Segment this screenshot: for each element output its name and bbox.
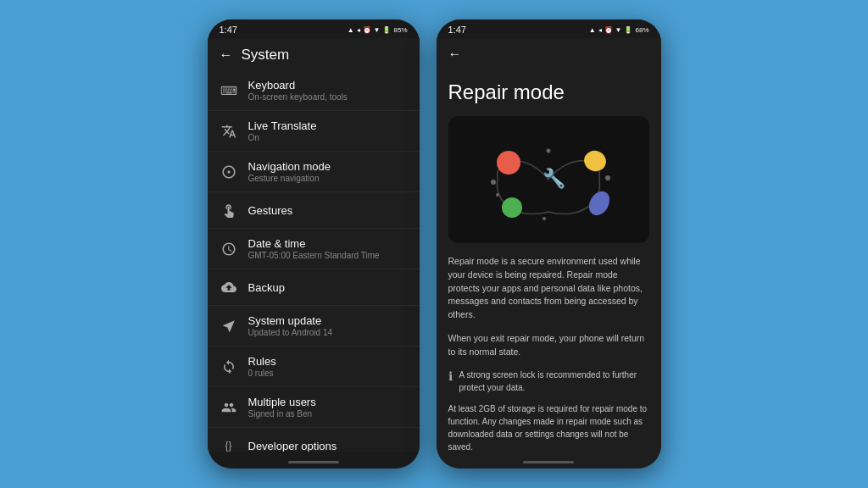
info-text-2: At least 2GB of storage is required for …: [448, 402, 649, 453]
settings-item-update[interactable]: System update Updated to Android 14: [208, 306, 420, 347]
keyboard-title: Keyboard: [248, 79, 408, 92]
navigation-icon: [220, 163, 238, 181]
repair-header: ←: [437, 38, 661, 69]
right-status-icons: ▲ ◂ ⏰ ▼ 🔋 68%: [589, 26, 649, 34]
settings-item-navigation[interactable]: Navigation mode Gesture navigation: [208, 152, 420, 192]
r-battery-percent: 68%: [635, 26, 648, 34]
rules-subtitle: 0 rules: [248, 369, 408, 378]
keyboard-subtitle: On-screen keyboard, tools: [248, 92, 408, 102]
developer-icon: {}: [220, 436, 238, 452]
svg-point-4: [502, 197, 522, 218]
datetime-subtitle: GMT-05:00 Eastern Standard Time: [248, 251, 408, 260]
phones-container: 1:47 ▲ ◂ ⏰ ▼ 🔋 85% ← System ⌨ Keyboard O…: [208, 19, 661, 469]
left-status-bar: 1:47 ▲ ◂ ⏰ ▼ 🔋 85%: [208, 19, 420, 38]
right-time: 1:47: [448, 25, 466, 35]
translate-content: Live Translate On: [248, 119, 408, 142]
r-location-icon: ◂: [598, 26, 602, 34]
settings-list: ⌨ Keyboard On-screen keyboard, tools Liv…: [208, 70, 420, 452]
gestures-icon: [220, 201, 238, 219]
r-battery-icon: 🔋: [624, 26, 632, 34]
svg-point-6: [491, 180, 496, 185]
back-button[interactable]: ←: [220, 47, 233, 63]
r-wifi-icon: ▼: [615, 26, 622, 34]
datetime-title: Date & time: [248, 237, 408, 250]
repair-svg: 🔧: [451, 119, 646, 241]
update-content: System update Updated to Android 14: [248, 314, 408, 337]
right-status-bar: 1:47 ▲ ◂ ⏰ ▼ 🔋 68%: [437, 19, 661, 38]
keyboard-icon: ⌨: [220, 81, 238, 100]
users-title: Multiple users: [248, 396, 408, 408]
update-icon: [220, 317, 238, 336]
navigation-subtitle: Gesture navigation: [248, 174, 408, 183]
rules-content: Rules 0 rules: [248, 355, 408, 378]
right-phone: 1:47 ▲ ◂ ⏰ ▼ 🔋 68% ← Repair mode: [437, 19, 661, 469]
update-title: System update: [248, 314, 408, 327]
svg-point-9: [547, 148, 551, 152]
users-content: Multiple users Signed in as Ben: [248, 396, 408, 419]
translate-icon: [220, 122, 238, 141]
rules-title: Rules: [248, 355, 408, 368]
repair-page-title: Repair mode: [448, 80, 649, 104]
translate-subtitle: On: [248, 133, 408, 142]
battery-percent: 85%: [393, 26, 407, 34]
svg-point-10: [542, 217, 546, 220]
alarm-icon: ⏰: [363, 26, 371, 34]
info-text-1: A strong screen lock is recommended to f…: [459, 369, 649, 394]
battery-icon: 🔋: [382, 26, 391, 34]
settings-item-users[interactable]: Multiple users Signed in as Ben: [208, 387, 420, 428]
svg-text:🔧: 🔧: [542, 167, 566, 190]
datetime-icon: [220, 240, 238, 258]
users-subtitle: Signed in as Ben: [248, 409, 408, 419]
repair-back-button[interactable]: ←: [448, 47, 462, 62]
settings-item-rules[interactable]: Rules 0 rules: [208, 347, 420, 387]
developer-title: Developer options: [248, 440, 408, 452]
update-subtitle: Updated to Android 14: [248, 328, 408, 337]
svg-point-7: [496, 193, 499, 197]
left-status-icons: ▲ ◂ ⏰ ▼ 🔋 85%: [348, 26, 408, 34]
users-icon: [220, 398, 238, 417]
svg-point-2: [497, 151, 520, 175]
left-phone: 1:47 ▲ ◂ ⏰ ▼ 🔋 85% ← System ⌨ Keyboard O…: [208, 19, 420, 469]
info-icon-1: ℹ: [448, 369, 453, 383]
right-home-indicator: [523, 461, 574, 463]
repair-content-area: Repair mode 🔧: [437, 69, 661, 469]
repair-description1: Repair mode is a secure environment used…: [448, 255, 649, 322]
wifi-icon: ▼: [374, 26, 381, 34]
settings-title: System: [242, 47, 290, 64]
settings-item-datetime[interactable]: Date & time GMT-05:00 Eastern Standard T…: [208, 229, 420, 269]
navigation-title: Navigation mode: [248, 160, 408, 173]
r-signal-icon: ▲: [589, 26, 596, 34]
datetime-content: Date & time GMT-05:00 Eastern Standard T…: [248, 237, 408, 260]
rules-icon: [220, 358, 238, 376]
backup-icon: [220, 278, 238, 297]
signal-icon: ▲: [348, 26, 354, 34]
developer-content: Developer options: [248, 440, 408, 452]
settings-item-keyboard[interactable]: ⌨ Keyboard On-screen keyboard, tools: [208, 70, 420, 111]
translate-title: Live Translate: [248, 119, 408, 132]
left-time: 1:47: [220, 25, 237, 35]
settings-item-translate[interactable]: Live Translate On: [208, 111, 420, 152]
keyboard-content: Keyboard On-screen keyboard, tools: [248, 79, 408, 102]
gestures-content: Gestures: [248, 204, 408, 217]
settings-header: ← System: [208, 38, 420, 70]
backup-content: Backup: [248, 281, 408, 294]
gestures-title: Gestures: [248, 204, 408, 217]
repair-illustration: 🔧: [448, 116, 649, 243]
settings-item-backup[interactable]: Backup: [208, 269, 420, 306]
backup-title: Backup: [248, 281, 408, 294]
location-icon: ◂: [357, 26, 360, 34]
r-alarm-icon: ⏰: [604, 26, 613, 34]
settings-item-gestures[interactable]: Gestures: [208, 192, 420, 229]
repair-description2: When you exit repair mode, your phone wi…: [448, 332, 649, 359]
info-row-1: ℹ A strong screen lock is recommended to…: [448, 369, 649, 394]
settings-item-developer[interactable]: {} Developer options: [208, 428, 420, 452]
navigation-content: Navigation mode Gesture navigation: [248, 160, 408, 183]
svg-point-8: [605, 175, 610, 180]
left-home-indicator: [288, 461, 339, 463]
